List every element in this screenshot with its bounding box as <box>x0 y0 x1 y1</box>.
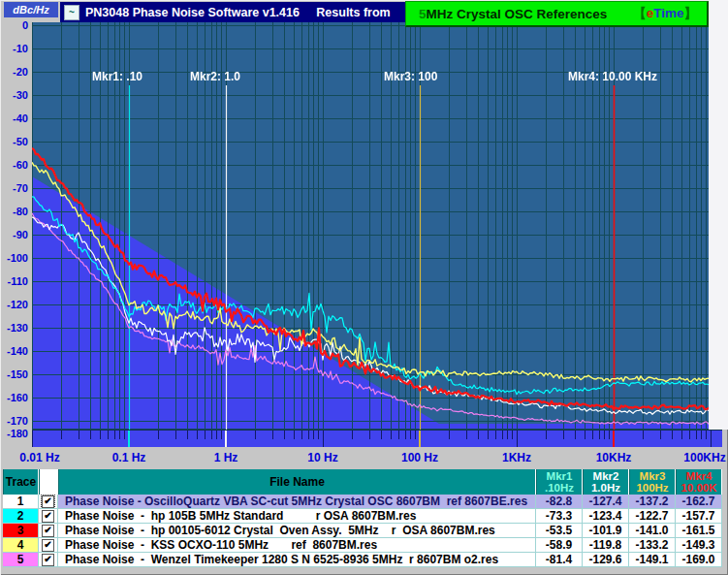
title-bar: ~ PN3048 Phase Noise Software v1.416 Res… <box>60 2 405 22</box>
y-axis-tick-label: -100 <box>0 251 28 265</box>
log-tick <box>575 431 576 439</box>
log-tick <box>211 431 212 439</box>
log-tick <box>308 431 309 439</box>
banner-text: 5MHz Crystal OSC References <box>419 7 607 21</box>
header-marker: Mkr3100Hz <box>629 469 676 495</box>
log-tick <box>197 431 198 439</box>
trace-on-checkbox[interactable]: ✔ <box>42 554 54 566</box>
trace-on-cell: ✔ <box>39 524 58 538</box>
log-tick <box>90 431 91 439</box>
header-marker: Mkr1.10Hz <box>536 469 583 495</box>
trace-row[interactable]: 2✔Phase Noise - hp 105B 5MHz Standard r … <box>3 509 722 524</box>
trace-on-checkbox[interactable]: ✔ <box>42 510 54 523</box>
log-tick <box>100 431 101 439</box>
log-tick <box>205 431 206 439</box>
y-axis-tick-label: -90 <box>0 228 28 241</box>
file-name-cell[interactable]: Phase Noise - KSS OCXO-110 5MHz ref 8607… <box>58 538 536 553</box>
log-tick <box>216 431 217 439</box>
trace-row[interactable]: 1✔Phase Noise - OscilloQuartz VBA SC-cut… <box>3 495 722 509</box>
x-axis-tick-label: 1KHz <box>483 451 551 464</box>
log-tick <box>79 431 79 439</box>
log-tick <box>495 431 496 439</box>
x-axis-tick-label: 100KHz <box>671 451 728 464</box>
log-tick <box>517 431 518 447</box>
marker-label: Mkr4: 10.00 KHz <box>568 70 657 83</box>
trace-row[interactable]: 3✔Phase Noise - hp 00105-6012 Crystal Ov… <box>3 524 722 538</box>
marker-value-cell: -129.6 <box>583 553 629 567</box>
y-axis-tick-label: -80 <box>0 205 28 218</box>
marker-value-cell: -73.3 <box>536 509 583 524</box>
frequency-tick-bar <box>32 430 722 447</box>
marker-value-cell: -149.3 <box>676 538 722 553</box>
log-tick <box>175 431 176 439</box>
y-axis-tick-label: -60 <box>0 158 28 172</box>
trace-row[interactable]: 5✔Phase Noise - Wenzel Timekeeper 1280 S… <box>3 553 722 567</box>
marker-value-cell: -161.5 <box>676 524 722 538</box>
marker-tick <box>419 431 421 447</box>
log-tick <box>672 431 673 439</box>
trace-table: Trace On File Name Mkr1.10HzMkr21.0HzMkr… <box>3 469 722 567</box>
header-on: On <box>39 469 58 495</box>
log-tick <box>512 431 513 439</box>
x-axis-tick-label: 10 Hz <box>289 451 357 464</box>
log-tick <box>585 431 586 439</box>
marker-value-cell: -58.9 <box>536 538 583 553</box>
log-tick <box>706 431 707 439</box>
file-name-cell[interactable]: Phase Noise - OscilloQuartz VBA SC-cut 5… <box>58 495 536 509</box>
phase-noise-plot[interactable] <box>32 22 709 430</box>
trace-number-cell[interactable]: 1 <box>3 495 39 509</box>
trace-row[interactable]: 4✔Phase Noise - KSS OCXO-110 5MHz ref 86… <box>3 538 722 553</box>
log-tick <box>546 431 547 439</box>
log-tick <box>114 431 115 439</box>
log-tick <box>124 431 125 439</box>
log-tick <box>681 431 682 439</box>
log-tick <box>108 431 109 439</box>
marker-value-cell: -101.9 <box>583 524 629 538</box>
log-tick <box>711 431 712 447</box>
file-name-cell[interactable]: Phase Noise - hp 105B 5MHz Standard r OS… <box>58 509 536 524</box>
trace-on-checkbox[interactable]: ✔ <box>42 495 54 508</box>
log-tick <box>604 431 605 439</box>
log-tick <box>318 431 319 439</box>
trace-number-cell[interactable]: 5 <box>3 553 39 567</box>
marker-label: Mkr2: 1.0 <box>190 70 240 83</box>
log-tick <box>701 431 702 439</box>
log-tick <box>410 431 411 439</box>
marker-value-cell: -123.4 <box>583 509 629 524</box>
x-axis-tick-label: 0.01 Hz <box>6 451 74 464</box>
trace-on-checkbox[interactable]: ✔ <box>42 525 54 537</box>
y-axis-tick-label: -160 <box>0 391 28 404</box>
marker-value-cell: -127.4 <box>583 495 629 509</box>
y-axis-tick-label: -150 <box>0 367 28 381</box>
marker-tick <box>225 431 227 447</box>
y-axis-tick-label: -40 <box>0 112 28 125</box>
header-marker: Mkr21.0Hz <box>583 469 629 495</box>
y-axis-tick-label: -180 <box>0 427 28 440</box>
log-tick <box>563 431 564 439</box>
trace-number-cell[interactable]: 4 <box>3 538 39 553</box>
file-name-cell[interactable]: Phase Noise - hp 00105-6012 Crystal Oven… <box>58 524 536 538</box>
log-tick <box>449 431 450 439</box>
file-name-cell[interactable]: Phase Noise - Wenzel Timekeeper 1280 S N… <box>58 553 536 567</box>
log-tick <box>488 431 489 439</box>
log-tick <box>502 431 503 439</box>
log-tick <box>284 431 285 439</box>
log-tick <box>415 431 416 439</box>
marker-value-cell: -149.1 <box>629 553 676 567</box>
marker-value-cell: -122.7 <box>629 509 676 524</box>
trace-number-cell[interactable]: 2 <box>3 509 39 524</box>
log-tick <box>119 431 120 439</box>
log-tick <box>294 431 295 439</box>
x-axis-tick-label: 100 Hz <box>386 451 454 464</box>
header-marker: Mkr410.00K <box>676 469 722 495</box>
log-tick <box>689 431 690 439</box>
marker-value-cell: -53.5 <box>536 524 583 538</box>
trace-number-cell[interactable]: 3 <box>3 524 39 538</box>
results-banner: 5MHz Crystal OSC References 【eTime】 <box>405 1 709 27</box>
trace-on-cell: ✔ <box>39 509 58 524</box>
y-axis-tick-label: -50 <box>0 135 28 148</box>
trace-on-checkbox[interactable]: ✔ <box>42 539 54 552</box>
marker-value-cell: -81.4 <box>536 553 583 567</box>
log-tick <box>369 431 370 439</box>
trace-on-cell: ✔ <box>39 553 58 567</box>
